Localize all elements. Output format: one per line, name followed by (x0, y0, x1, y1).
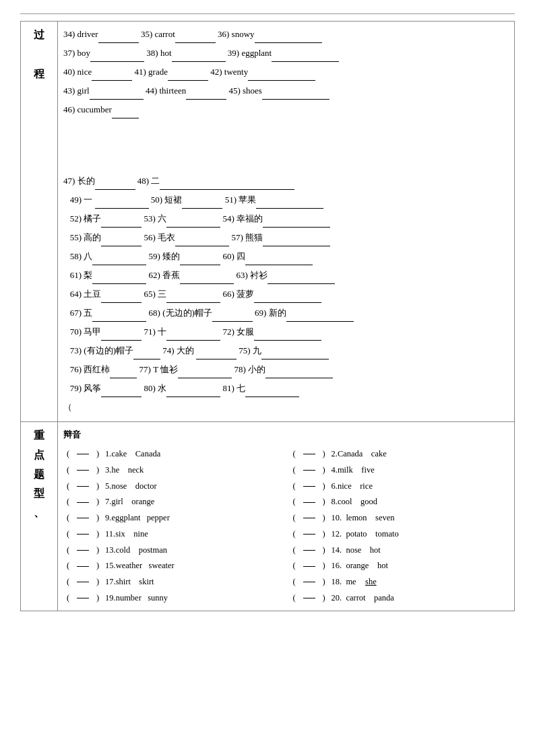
blank-76 (110, 378, 137, 378)
phonetic-5-left: ( ) 9.eggplant pepper (63, 510, 283, 526)
content-guocheng: 34) driver 35) carrot 36) snowy 37) boy … (58, 22, 515, 422)
blank-57 (263, 246, 330, 246)
blank-64 (101, 302, 141, 303)
row-55: 55) 高的 56) 毛衣 57) 熊猫 (63, 229, 509, 246)
phonetic-5-right: ( ) 10. lemon seven (290, 510, 509, 526)
blank-45 (262, 99, 329, 100)
row-58: 58) 八 59) 矮的 60) 四 (63, 248, 509, 265)
blank-62 (180, 283, 234, 284)
blank-74 (196, 359, 237, 359)
blank-65 (166, 302, 220, 303)
phonetic-9-left: ( ) 17.shirt skirt (63, 574, 283, 590)
blank-47 (95, 189, 135, 190)
blank-78 (265, 378, 333, 378)
row-34: 34) driver 35) carrot 36) snowy (63, 26, 509, 43)
phonetic-7-right: ( ) 14. nose hot (290, 543, 509, 559)
phonetic-1-right: ( ) 2.Canada cake (290, 446, 509, 462)
row-40: 40) nice 41) grade 42) twenty (63, 63, 509, 81)
blank-51 (256, 208, 323, 209)
row-67: 67) 五 68) (无边的)帽子 69) 新的 (63, 304, 509, 322)
blank-49 (95, 208, 149, 209)
phonetic-3-left: ( ) 5.nose doctor (63, 479, 283, 495)
blank-37 (90, 61, 144, 62)
blank-34 (98, 42, 139, 43)
blank-40 (92, 80, 132, 81)
blank-69 (286, 321, 354, 322)
blank-75 (261, 359, 329, 359)
blank-36 (255, 42, 322, 43)
phonetic-3-right: ( ) 6.nice rice (290, 479, 509, 495)
row-76: 76) 西红柿 77) T 恤衫 78) 小的 (63, 361, 509, 378)
phonetic-8-left: ( ) 15.weather sweater (63, 558, 283, 574)
phonetic-1-left: ( ) 1.cake Canada (63, 446, 283, 462)
row-46: 46) cucumber (63, 101, 509, 118)
label-guocheng: 过程 (21, 22, 58, 422)
phonetic-6-left: ( ) 11.six nine (63, 526, 283, 543)
phonetic-4-left: ( ) 7.girl orange (63, 494, 283, 510)
blank-38 (172, 61, 226, 62)
phonetic-2-right: ( ) 4.milk five (290, 462, 509, 479)
blank-50 (182, 208, 222, 209)
blank-53 (166, 227, 220, 228)
row-43: 43) girl 44) thirteen 45) shoes (63, 82, 509, 100)
blank-60 (245, 265, 313, 265)
phonetic-7-left: ( ) 13.cold postman (63, 543, 283, 559)
row-37: 37) boy 38) hot 39) eggplant (63, 44, 509, 62)
blank-48 (160, 189, 294, 190)
row-64: 64) 土豆 65) 三 66) 菠萝 (63, 285, 509, 303)
row-73: 73) (有边的)帽子 74) 大的 75) 九 (63, 342, 509, 359)
blank-54 (263, 227, 330, 228)
content-zhongdian: 辩音 ( ) 1.cake Canada ( ) 2.Canada cake (58, 422, 515, 611)
blank-46 (112, 118, 139, 118)
phonetics-grid: ( ) 1.cake Canada ( ) 2.Canada cake ( (63, 446, 509, 607)
blank-63 (268, 283, 335, 284)
blank-71 (166, 340, 220, 341)
blank-81 (245, 397, 299, 397)
blank-39 (272, 61, 339, 62)
blank-42 (248, 80, 315, 81)
main-table: 过程 34) driver 35) carrot 36) snowy 37) b… (20, 21, 515, 611)
blank-41 (168, 80, 208, 81)
phonetic-9-right: ( ) 18. me she (290, 574, 509, 590)
blank-67 (92, 321, 146, 322)
phonetic-10-left: ( ) 19.number sunny (63, 590, 283, 607)
blank-44 (186, 99, 226, 100)
blank-80 (166, 397, 220, 397)
blank-73 (133, 359, 160, 359)
blank-66 (254, 302, 321, 303)
phonetic-6-right: ( ) 12. potato tomato (290, 526, 509, 543)
row-79: 79) 风筝 80) 水 81) 七 (63, 380, 509, 397)
blank-43 (90, 99, 144, 100)
blank-77 (178, 378, 232, 378)
label-zhongdian: 重点题型、 (21, 422, 58, 611)
blank-52 (101, 227, 141, 228)
row-47: 47) 长的 48) 二 (63, 172, 509, 190)
row-52: 52) 橘子 53) 六 54) 幸福的 (63, 210, 509, 228)
blank-56 (175, 246, 229, 246)
phonetic-10-right: ( ) 20. carrot panda (290, 590, 509, 607)
section-title-bianyin: 辩音 (63, 426, 509, 444)
phonetic-4-right: ( ) 8.cool good (290, 494, 509, 510)
blank-79 (101, 397, 141, 397)
blank-35 (175, 42, 216, 43)
phonetic-2-left: ( ) 3.he neck (63, 462, 283, 479)
blank-59 (180, 265, 220, 265)
blank-55 (101, 246, 141, 246)
page-top-line (20, 13, 515, 14)
row-49: 49) 一 50) 短裙 51) 苹果 (63, 191, 509, 209)
blank-61 (92, 283, 146, 284)
blank-68 (212, 321, 253, 322)
blank-70 (101, 340, 141, 341)
row-paren: （ (63, 399, 509, 416)
blank-72 (254, 340, 321, 341)
blank-58 (92, 265, 146, 265)
row-70: 70) 马甲 71) 十 72) 女服 (63, 323, 509, 341)
phonetic-8-right: ( ) 16. orange hot (290, 558, 509, 574)
row-61: 61) 梨 62) 香蕉 63) 衬衫 (63, 267, 509, 284)
